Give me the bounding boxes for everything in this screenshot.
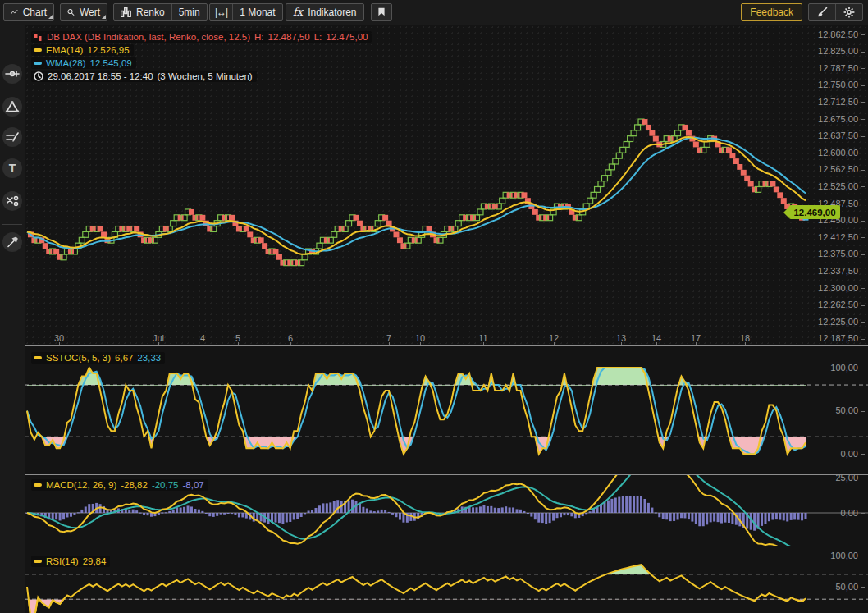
renko-button[interactable]: Renko [114, 4, 171, 20]
interval-button[interactable]: 5min [171, 4, 207, 20]
range-icon-button[interactable]: |↔| [210, 4, 232, 20]
macd-legend[interactable]: MACD(12, 26, 9) -28,82 -20,75 -8,07 [31, 479, 208, 491]
indicator-axis-label: 50,00 [786, 405, 858, 415]
macd-hist-value: -8,07 [183, 480, 204, 490]
clear-drawings-button[interactable] [809, 4, 835, 20]
ema-legend[interactable]: EMA(14) 12.526,95 [31, 44, 134, 56]
price-axis-label: 12.225,00 [786, 317, 858, 327]
indicators-button[interactable]: fx Indikatoren [286, 3, 364, 21]
wma-value: 12.545,09 [90, 58, 132, 68]
indicator-axis-tick [861, 478, 865, 478]
macd-signal-value: -20,75 [152, 480, 179, 490]
symbol-search-button[interactable]: Wert [60, 3, 107, 21]
feedback-button[interactable]: Feedback [741, 3, 802, 21]
chart-type-button[interactable]: Chart [3, 3, 54, 21]
price-axis-tick [861, 288, 865, 289]
bookmark-icon [378, 7, 385, 17]
price-axis-tick [861, 119, 865, 120]
indicator-axis-label: 100,00 [786, 551, 858, 560]
indicators-label: Indikatoren [308, 7, 356, 18]
brush-icon [816, 7, 828, 18]
price-axis-tick [861, 34, 865, 35]
price-arrow-icon [783, 207, 789, 218]
panel-separator[interactable] [25, 345, 868, 346]
remove-drawings-tool-button[interactable] [2, 191, 22, 211]
fx-icon: fx [293, 6, 303, 18]
price-axis-label: 12.712,50 [786, 97, 858, 107]
lines-edit-icon [5, 130, 20, 144]
price-axis-label: 12.637,50 [786, 130, 858, 140]
triangle-pattern-tool-button[interactable] [2, 97, 22, 117]
time-range-legend: 29.06.2017 18:55 - 12:40 (3 Wochen, 5 Mi… [31, 71, 257, 82]
rsi-dash-icon [34, 560, 42, 563]
chart-area[interactable] [25, 25, 868, 613]
time-detail: (3 Wochen, 5 Minuten) [158, 71, 253, 81]
sstoc-label: SSTOC(5, 5, 3) [46, 353, 111, 363]
top-toolbar: Chart Wert Renko 5min |↔| 1 Monat fx Ind… [0, 0, 868, 25]
range-label: 1 Monat [240, 7, 275, 18]
indicator-axis-tick [861, 411, 865, 412]
charttype-interval-group: Renko 5min [113, 3, 208, 21]
current-price-label: 12.469,00 [789, 205, 840, 219]
text-tool-icon: T [9, 162, 16, 175]
sstoc-legend[interactable]: SSTOC(5, 5, 3) 6,67 23,33 [31, 352, 165, 364]
macd-dash-icon [34, 483, 42, 487]
settings-group [808, 3, 863, 21]
price-axis-label: 12.675,00 [786, 114, 858, 124]
price-axis-label: 12.262,50 [786, 300, 858, 309]
price-axis-tick [861, 68, 865, 69]
lines-edit-tool-button[interactable] [2, 127, 22, 147]
chevron-corner-icon [48, 15, 53, 19]
renko-label: Renko [136, 7, 165, 18]
high-label: H: [254, 32, 264, 42]
price-axis-label: 12.525,00 [786, 181, 858, 191]
price-axis-label: 12.412,50 [786, 232, 858, 242]
price-axis-tick [861, 221, 865, 222]
sidebar-divider [2, 224, 22, 225]
ema-label: EMA(14) [46, 45, 83, 55]
price-axis-label: 12.337,50 [786, 266, 858, 276]
indicator-axis-label: 0,00 [786, 508, 858, 518]
range-button[interactable]: 1 Monat [232, 4, 281, 20]
price-axis-tick [861, 339, 865, 340]
indicator-axis-tick [861, 587, 865, 588]
text-tool-button[interactable]: T [2, 158, 22, 178]
indicator-axis-tick [861, 556, 865, 556]
indicator-axis-label: 50,00 [786, 582, 858, 592]
panel-separator[interactable] [25, 474, 868, 475]
price-axis-tick [861, 322, 865, 323]
price-axis-label: 12.375,00 [786, 249, 858, 258]
search-icon [67, 7, 75, 18]
gear-icon [843, 7, 855, 18]
price-axis-tick [861, 254, 865, 255]
price-axis-tick [861, 186, 865, 187]
price-axis-tick [861, 204, 865, 204]
indicator-axis-label: 0,00 [786, 449, 858, 459]
wma-legend[interactable]: WMA(28) 12.545,09 [31, 57, 136, 69]
indicator-axis-tick [861, 513, 865, 514]
price-axis-tick [861, 136, 865, 137]
hammer-tool-button[interactable] [2, 232, 22, 252]
price-axis-label: 12.562,50 [786, 164, 858, 174]
low-label: L: [314, 32, 322, 42]
price-axis-tick [861, 102, 865, 103]
interval-label: 5min [179, 7, 200, 18]
price-axis-label: 12.825,00 [786, 46, 858, 56]
sstoc-d-value: 23,33 [137, 353, 161, 363]
rsi-legend[interactable]: RSI(14) 29,84 [31, 556, 110, 567]
indicator-axis-label: 100,00 [786, 363, 858, 373]
price-axis-label: 12.600,00 [786, 148, 858, 158]
series-legend[interactable]: DB DAX (DB Indikation, last, Renko, clos… [31, 31, 372, 43]
ema-value: 12.526,95 [87, 45, 129, 55]
macd-label: MACD(12, 26, 9) [46, 480, 116, 490]
drawing-toolbar: T [0, 25, 25, 613]
range-group: |↔| 1 Monat [209, 3, 283, 21]
chart-type-label: Chart [23, 7, 47, 18]
panel-separator[interactable] [25, 547, 868, 547]
settings-button[interactable] [835, 4, 862, 20]
templates-button[interactable] [371, 3, 392, 21]
high-value: 12.487,50 [268, 32, 310, 42]
price-axis-label: 12.750,00 [786, 80, 858, 89]
trendline-tool-button[interactable] [2, 64, 22, 84]
sstoc-k-value: 6,67 [115, 353, 133, 363]
